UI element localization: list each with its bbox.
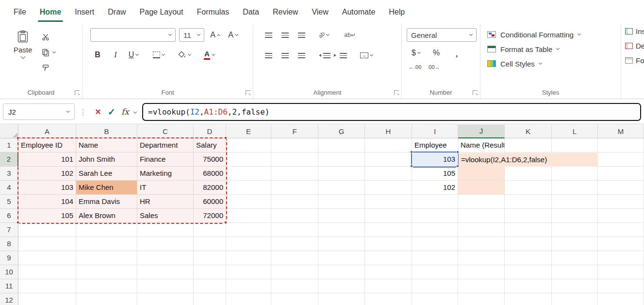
cell-F12[interactable]: [271, 293, 318, 305]
cell-A9[interactable]: [18, 251, 76, 265]
bold-button[interactable]: B: [90, 48, 105, 62]
cell-A1[interactable]: Employee ID: [18, 138, 76, 152]
name-box[interactable]: J2: [3, 103, 75, 120]
tab-draw[interactable]: Draw: [101, 0, 132, 24]
cell-L1[interactable]: [552, 138, 598, 152]
cell-F3[interactable]: [271, 167, 318, 181]
cell-C4[interactable]: IT: [137, 181, 194, 195]
cell-styles-button[interactable]: Cell Styles: [485, 56, 617, 71]
row-header-1[interactable]: 1: [0, 138, 18, 152]
row-header-12[interactable]: 12: [0, 293, 18, 305]
cell-I3[interactable]: 105: [412, 167, 458, 181]
cell-J7[interactable]: [458, 223, 505, 237]
cell-D3[interactable]: 68000: [194, 167, 226, 181]
cell-L3[interactable]: [552, 167, 598, 181]
cell-L5[interactable]: [552, 195, 598, 209]
column-header-A[interactable]: A: [18, 125, 76, 138]
cell-K4[interactable]: [505, 181, 552, 195]
column-header-D[interactable]: D: [194, 125, 226, 138]
cell-M5[interactable]: [598, 195, 644, 209]
cell-F8[interactable]: [271, 237, 318, 251]
column-header-I[interactable]: I: [412, 125, 458, 138]
cell-G11[interactable]: [318, 279, 365, 293]
column-header-H[interactable]: H: [365, 125, 412, 138]
number-format-select[interactable]: General: [407, 28, 477, 42]
column-header-M[interactable]: M: [598, 125, 644, 138]
row-header-8[interactable]: 8: [0, 237, 18, 251]
tab-page-layout[interactable]: Page Layout: [133, 0, 190, 24]
cell-E5[interactable]: [226, 195, 271, 209]
wrap-text-button[interactable]: ab↵: [343, 28, 357, 42]
tab-help[interactable]: Help: [382, 0, 412, 24]
cell-M10[interactable]: [598, 265, 644, 279]
cell-J4[interactable]: [458, 181, 505, 195]
cell-H5[interactable]: [365, 195, 412, 209]
cell-C11[interactable]: [137, 279, 194, 293]
cell-F4[interactable]: [271, 181, 318, 195]
cell-E4[interactable]: [226, 181, 271, 195]
number-dialog-launcher-icon[interactable]: [473, 90, 478, 95]
cell-E8[interactable]: [226, 237, 271, 251]
cell-D5[interactable]: 60000: [194, 195, 226, 209]
cell-E2[interactable]: [226, 152, 271, 167]
cell-B1[interactable]: Name: [76, 138, 137, 152]
row-header-7[interactable]: 7: [0, 223, 18, 237]
tab-review[interactable]: Review: [266, 0, 305, 24]
format-painter-button[interactable]: [42, 63, 55, 73]
cell-J6[interactable]: [458, 209, 505, 223]
cell-K10[interactable]: [505, 265, 552, 279]
clipboard-dialog-launcher-icon[interactable]: [75, 90, 80, 95]
cell-A10[interactable]: [18, 265, 76, 279]
cell-D4[interactable]: 82000: [194, 181, 226, 195]
cell-B5[interactable]: Emma Davis: [76, 195, 137, 209]
cell-B6[interactable]: Alex Brown: [76, 209, 137, 223]
enter-button[interactable]: ✓: [105, 104, 118, 119]
column-header-J[interactable]: J: [458, 125, 505, 138]
cell-M12[interactable]: [598, 293, 644, 305]
cell-C2[interactable]: Finance: [137, 152, 194, 167]
cell-B2[interactable]: John Smith: [76, 152, 137, 167]
tab-home[interactable]: Home: [33, 0, 68, 24]
tab-automate[interactable]: Automate: [335, 0, 382, 24]
tab-data[interactable]: Data: [236, 0, 266, 24]
cell-I4[interactable]: 102: [412, 181, 458, 195]
cell-E12[interactable]: [226, 293, 271, 305]
cell-F7[interactable]: [271, 223, 318, 237]
column-header-E[interactable]: E: [226, 125, 271, 138]
cell-D11[interactable]: [194, 279, 226, 293]
cell-B9[interactable]: [76, 251, 137, 265]
row-header-4[interactable]: 4: [0, 181, 18, 195]
cell-G2[interactable]: [318, 152, 365, 167]
cell-A12[interactable]: [18, 293, 76, 305]
cell-I5[interactable]: [412, 195, 458, 209]
cell-K7[interactable]: [505, 223, 552, 237]
cell-C12[interactable]: [137, 293, 194, 305]
tab-insert[interactable]: Insert: [68, 0, 101, 24]
column-header-L[interactable]: L: [552, 125, 598, 138]
cell-C3[interactable]: Marketing: [137, 167, 194, 181]
row-header-10[interactable]: 10: [0, 265, 18, 279]
delete-cells-button[interactable]: Delete: [625, 42, 640, 50]
cell-I7[interactable]: [412, 223, 458, 237]
chevron-down-icon[interactable]: [133, 110, 137, 113]
column-header-K[interactable]: K: [505, 125, 552, 138]
cell-D7[interactable]: [194, 223, 226, 237]
cell-L6[interactable]: [552, 209, 598, 223]
cell-M9[interactable]: [598, 251, 644, 265]
cell-H6[interactable]: [365, 209, 412, 223]
cell-H12[interactable]: [365, 293, 412, 305]
cell-A3[interactable]: 102: [18, 167, 76, 181]
select-all-corner[interactable]: [0, 125, 18, 138]
font-color-button[interactable]: A: [202, 48, 216, 62]
cell-D6[interactable]: 72000: [194, 209, 226, 223]
column-header-C[interactable]: C: [137, 125, 194, 138]
underline-button[interactable]: U: [126, 48, 141, 62]
row-header-11[interactable]: 11: [0, 279, 18, 293]
cell-B10[interactable]: [76, 265, 137, 279]
conditional-formatting-button[interactable]: Conditional Formatting: [485, 27, 617, 42]
cell-A11[interactable]: [18, 279, 76, 293]
cell-H9[interactable]: [365, 251, 412, 265]
tab-file[interactable]: File: [7, 0, 33, 24]
cell-E9[interactable]: [226, 251, 271, 265]
cell-I12[interactable]: [412, 293, 458, 305]
